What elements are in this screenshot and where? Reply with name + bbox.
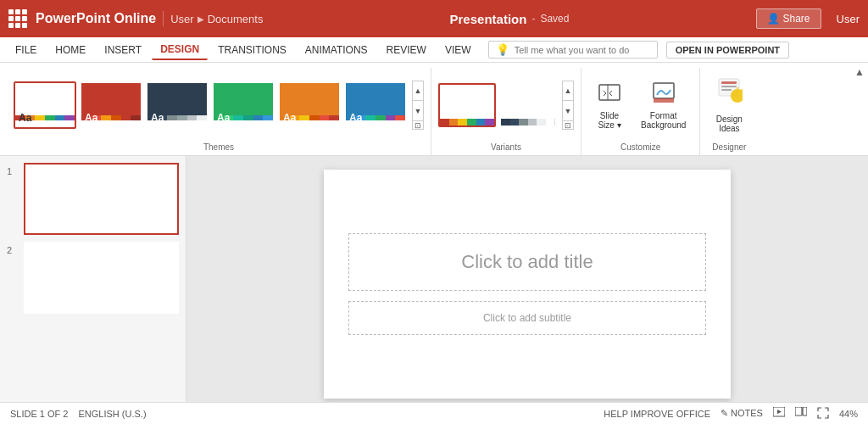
variants-scroll-up[interactable]: ▲ [562, 81, 574, 101]
slide-preview-2[interactable] [24, 242, 179, 314]
theme-red[interactable]: Aa [80, 81, 142, 129]
slide-thumb-2[interactable]: 2 [7, 242, 179, 314]
menu-file[interactable]: FILE [7, 41, 45, 59]
theme-default[interactable]: Aa [14, 81, 76, 129]
themes-expand[interactable]: ⊡ [412, 121, 424, 130]
design-ideas-icon [715, 77, 743, 114]
status-right: HELP IMPROVE OFFICE ✎ NOTES 44 [604, 407, 858, 421]
menu-home[interactable]: HOME [47, 41, 94, 59]
svg-rect-3 [654, 98, 674, 103]
search-input[interactable] [515, 45, 650, 55]
ribbon-customize-section: SlideSize ▾ FormatBackground Customize [581, 68, 700, 155]
ribbon-variants-section: ▲ ▼ ⊡ Variants [431, 68, 581, 155]
slide-preview-1[interactable] [24, 163, 179, 235]
breadcrumb-folder[interactable]: Documents [208, 13, 264, 25]
theme-blue[interactable]: Aa [344, 81, 407, 129]
menu-animations[interactable]: ANIMATIONS [297, 41, 376, 59]
notes-label: NOTES [731, 408, 763, 418]
presenter-icon [795, 407, 807, 419]
user-label[interactable]: User [837, 13, 860, 25]
menu-transitions[interactable]: TRANSITIONS [209, 41, 295, 59]
language: ENGLISH (U.S.) [78, 409, 146, 419]
design-ideas-label: DesignIdeas [716, 114, 743, 133]
variants-scroll-down[interactable]: ▼ [562, 101, 574, 121]
theme-orange[interactable]: Aa [278, 81, 341, 129]
slideshow-button[interactable] [773, 407, 785, 421]
saved-status: Saved [540, 13, 569, 25]
slide-number-1: 1 [7, 163, 19, 176]
menu-insert[interactable]: INSERT [96, 41, 150, 59]
theme-green[interactable]: Aa [212, 81, 275, 129]
help-improve-button[interactable]: HELP IMPROVE OFFICE [604, 409, 710, 419]
main-area: 1 2 Click to add title Click to add subt… [0, 156, 868, 402]
customize-label: Customize [620, 142, 660, 155]
zoom-level: 44% [839, 409, 858, 419]
designer-label: Designer [712, 142, 746, 155]
share-person-icon: 👤 [767, 13, 780, 25]
theme-dark[interactable]: Aa [146, 81, 209, 129]
share-button[interactable]: 👤 Share [756, 8, 821, 29]
themes-label: Themes [203, 142, 234, 155]
slide-size-button[interactable]: SlideSize ▾ [588, 78, 631, 133]
design-ideas-button[interactable]: DesignIdeas [707, 72, 751, 138]
canvas-area: Click to add title Click to add subtitle… [186, 156, 868, 402]
themes-scroll-down[interactable]: ▼ [412, 101, 424, 121]
slide-thumb-1[interactable]: 1 [7, 163, 179, 235]
variant-1[interactable] [438, 83, 496, 127]
search-box[interactable]: 💡 [488, 41, 658, 59]
slide-canvas: Click to add title Click to add subtitle [324, 170, 731, 399]
slide-subtitle-placeholder[interactable]: Click to add subtitle [348, 301, 706, 335]
variants-label: Variants [491, 142, 521, 155]
svg-rect-5 [721, 81, 737, 84]
open-in-powerpoint-button[interactable]: OPEN IN POWERPOINT [666, 42, 789, 59]
ribbon-collapse-button[interactable]: ▲ [854, 66, 865, 78]
presenter-view-button[interactable] [795, 407, 807, 421]
menu-review[interactable]: REVIEW [378, 41, 435, 59]
svg-rect-7 [721, 89, 732, 91]
slide-title-placeholder[interactable]: Click to add title [348, 233, 706, 291]
status-left: SLIDE 1 OF 2 ENGLISH (U.S.) [10, 409, 147, 419]
svg-rect-6 [721, 86, 737, 87]
menu-bar: FILE HOME INSERT DESIGN TRANSITIONS ANIM… [0, 37, 868, 63]
ribbon-themes-section: Aa Aa [7, 68, 431, 155]
svg-rect-15 [803, 407, 807, 416]
format-background-icon [652, 81, 676, 109]
designer-items: DesignIdeas [707, 68, 751, 142]
themes-scroll-up[interactable]: ▲ [412, 81, 424, 101]
svg-rect-14 [795, 407, 802, 416]
share-label: Share [783, 13, 810, 25]
variants-scroll[interactable]: ▲ ▼ ⊡ [562, 81, 574, 130]
customize-items: SlideSize ▾ FormatBackground [588, 68, 693, 142]
app-title: PowerPoint Online [36, 11, 156, 26]
svg-rect-0 [599, 85, 620, 100]
slide-size-label: SlideSize ▾ [598, 111, 620, 130]
themes-items: Aa Aa [14, 68, 424, 142]
slide-info: SLIDE 1 OF 2 [10, 409, 68, 419]
themes-scroll[interactable]: ▲ ▼ ⊡ [412, 81, 424, 130]
format-background-label: FormatBackground [641, 111, 686, 130]
format-background-button[interactable]: FormatBackground [634, 78, 693, 133]
waffle-icon[interactable] [8, 9, 27, 28]
ribbon: Aa Aa [0, 63, 868, 156]
breadcrumb-separator: ▶ [198, 14, 204, 24]
menu-view[interactable]: VIEW [437, 41, 480, 59]
ribbon-designer-section: DesignIdeas Designer [700, 68, 758, 155]
slide-panel: 1 2 [0, 156, 186, 402]
svg-marker-13 [777, 410, 782, 414]
presentation-title: Presentation [450, 12, 527, 26]
variants-expand[interactable]: ⊡ [562, 121, 574, 130]
notes-button[interactable]: ✎ NOTES [721, 408, 763, 419]
status-bar: SLIDE 1 OF 2 ENGLISH (U.S.) HELP IMPROVE… [0, 402, 868, 424]
notes-icon: ✎ [721, 408, 728, 418]
variants-items: ▲ ▼ ⊡ [438, 68, 574, 142]
lightbulb-icon: 💡 [496, 43, 509, 56]
title-separator: - [531, 13, 535, 25]
menu-design[interactable]: DESIGN [152, 40, 208, 60]
fit-slide-button[interactable] [817, 407, 829, 421]
fit-icon [817, 407, 829, 419]
slideshow-icon [773, 407, 785, 419]
breadcrumb-user[interactable]: User [170, 13, 193, 25]
variant-2[interactable] [499, 83, 557, 127]
title-bar: PowerPoint Online User ▶ Documents Prese… [0, 0, 868, 37]
slide-number-2: 2 [7, 242, 19, 255]
